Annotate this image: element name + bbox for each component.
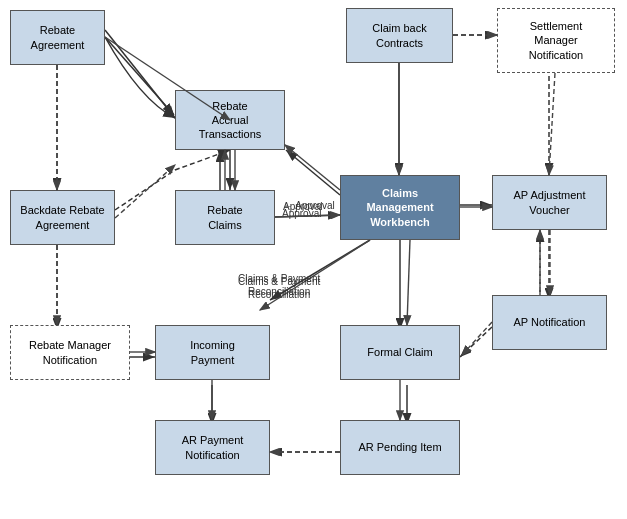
formal-claim-box: Formal Claim <box>340 325 460 380</box>
claims-management-box: ClaimsManagementWorkbench <box>340 175 460 240</box>
ar-payment-box: AR PaymentNotification <box>155 420 270 475</box>
rebate-agreement-box: Rebate Agreement <box>10 10 105 65</box>
ar-pending-box: AR Pending Item <box>340 420 460 475</box>
claim-back-contracts-box: Claim backContracts <box>346 8 453 63</box>
claims-payment-label: Claims & PaymentReconciliation <box>238 275 320 301</box>
diagram: Approval Claims & PaymentReconciliation … <box>0 0 627 519</box>
ap-notification-box: AP Notification <box>492 295 607 350</box>
svg-line-3 <box>105 37 174 115</box>
rebate-claims-box: RebateClaims <box>175 190 275 245</box>
incoming-payment-box: IncomingPayment <box>155 325 270 380</box>
rebate-manager-box: Rebate ManagerNotification <box>10 325 130 380</box>
approval-label: Approval <box>282 208 321 219</box>
ap-adjustment-box: AP AdjustmentVoucher <box>492 175 607 230</box>
settlement-manager-box: SettlementManagerNotification <box>497 8 615 73</box>
rebate-accrual-box: RebateAccrualTransactions <box>175 90 285 150</box>
backdate-rebate-box: Backdate RebateAgreement <box>10 190 115 245</box>
